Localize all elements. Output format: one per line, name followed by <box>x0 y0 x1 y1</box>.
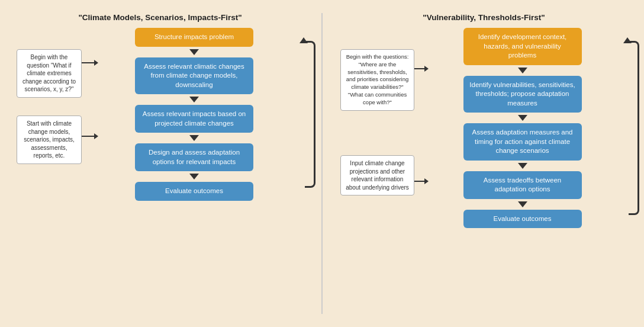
right-side-notes: Begin with the questions: "Where are the… <box>340 28 417 283</box>
left-step-1: Structure impacts problem <box>135 28 253 47</box>
right-step-4: Assess tradeoffs between adaptation opti… <box>463 171 582 199</box>
right-step-5: Evaluate outcomes <box>463 210 582 229</box>
right-flow: Identify development context, hazards, a… <box>417 28 627 228</box>
right-step-1: Identify development context, hazards, a… <box>463 28 582 65</box>
right-note-2: Input climate change projections and oth… <box>340 155 414 195</box>
back-arrow-head-right <box>623 37 632 43</box>
center-divider <box>321 13 323 314</box>
left-step-4: Design and assess adaptation options for… <box>135 143 253 171</box>
left-step-5: Evaluate outcomes <box>135 182 253 201</box>
left-step-3: Assess relevant impacts based on project… <box>135 105 253 133</box>
left-side-notes: Begin with the question "What if climate… <box>17 28 85 283</box>
arrow-r3 <box>518 163 527 169</box>
left-flow: Structure impacts problem Assess relevan… <box>85 28 304 201</box>
left-back-arrow <box>305 41 315 188</box>
arrow-l1 <box>189 49 199 55</box>
arrow-r2 <box>518 115 527 121</box>
right-step-3: Assess adaptation measures and timing fo… <box>463 123 582 161</box>
left-note-2: Start with climate change models, scenar… <box>17 116 82 164</box>
right-back-arrow <box>629 41 639 215</box>
left-note-1: Begin with the question "What if climate… <box>17 49 82 98</box>
arrow-r4 <box>518 201 527 207</box>
left-diagram: "Climate Models, Scenarios, Impacts-Firs… <box>17 13 304 314</box>
arrow-l3 <box>189 135 199 141</box>
arrow-r1 <box>518 68 527 73</box>
left-step-2: Assess relevant climatic changes from cl… <box>135 57 253 95</box>
right-diagram: "Vulnerability, Thresholds-First" Begin … <box>340 13 627 314</box>
right-step-2: Identify vulnerabilities, sensitivities,… <box>463 76 582 113</box>
main-container: "Climate Models, Scenarios, Impacts-Firs… <box>2 4 642 323</box>
arrow-l2 <box>189 97 199 102</box>
right-title: "Vulnerability, Thresholds-First" <box>423 13 545 22</box>
right-note-1: Begin with the questions: "Where are the… <box>340 49 414 111</box>
left-title: "Climate Models, Scenarios, Impacts-Firs… <box>78 13 242 22</box>
back-arrow-head-left <box>300 37 308 43</box>
arrow-l4 <box>189 174 199 179</box>
